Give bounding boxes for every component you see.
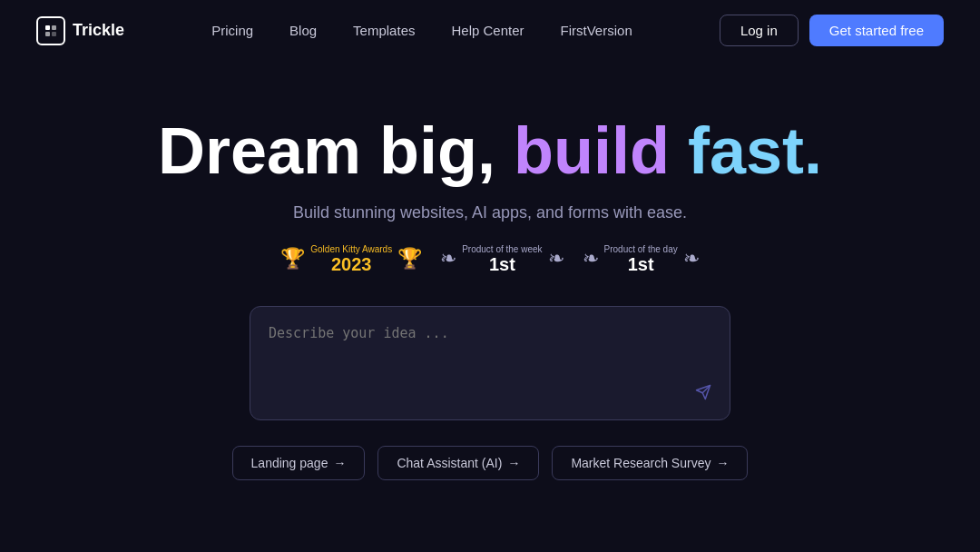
nav-links: Pricing Blog Templates Help Center First…: [211, 23, 632, 39]
quick-action-chat-assistant-arrow: →: [507, 456, 520, 470]
send-icon[interactable]: [695, 384, 711, 405]
hero-title-part1: Dream big,: [158, 114, 514, 187]
hero-title-part2: build: [514, 114, 688, 187]
nav-actions: Log in Get started free: [720, 15, 944, 46]
svg-rect-1: [52, 25, 56, 30]
badge-product-week: ❧ Product of the week 1st ❧: [440, 244, 564, 273]
badge-award-year: 2023: [331, 255, 372, 273]
badge-day-rank: 1st: [628, 255, 654, 273]
badge-day-content: Product of the day 1st: [604, 244, 678, 273]
badges-row: 🏆 Golden Kitty Awards 2023 🏆 ❧ Product o…: [280, 244, 699, 273]
hero-title-part3: fast.: [688, 114, 822, 187]
nav-link-pricing[interactable]: Pricing: [211, 23, 253, 38]
quick-action-chat-assistant[interactable]: Chat Assistant (AI) →: [377, 446, 539, 480]
nav-link-help-center[interactable]: Help Center: [451, 23, 524, 38]
quick-action-landing-page[interactable]: Landing page →: [232, 446, 366, 480]
laurel-left-award: 🏆: [280, 249, 305, 269]
hero-section: Dream big, build fast. Build stunning we…: [0, 61, 980, 480]
badge-product-day: ❧ Product of the day 1st ❧: [583, 244, 700, 273]
hero-subtitle: Build stunning websites, AI apps, and fo…: [293, 203, 687, 222]
quick-action-chat-assistant-label: Chat Assistant (AI): [397, 456, 502, 470]
quick-action-landing-page-arrow: →: [333, 456, 346, 470]
quick-actions: Landing page → Chat Assistant (AI) → Mar…: [232, 446, 749, 480]
quick-action-market-research-label: Market Research Survey: [571, 456, 710, 470]
logo-icon: [36, 16, 65, 45]
laurel-left-day: ❧: [583, 249, 599, 269]
badge-golden-kitty: 🏆 Golden Kitty Awards 2023 🏆: [280, 244, 422, 273]
logo[interactable]: Trickle: [36, 16, 124, 45]
nav-link-templates[interactable]: Templates: [353, 23, 415, 38]
badge-week-rank: 1st: [489, 255, 515, 273]
badge-award-content: Golden Kitty Awards 2023: [310, 244, 392, 273]
svg-rect-0: [45, 25, 50, 30]
nav-link-blog[interactable]: Blog: [289, 23, 317, 38]
navigation: Trickle Pricing Blog Templates Help Cent…: [0, 0, 980, 61]
svg-rect-3: [52, 32, 56, 36]
laurel-right-day: ❧: [683, 249, 700, 269]
badge-week-content: Product of the week 1st: [462, 244, 542, 273]
svg-rect-2: [45, 32, 50, 36]
laurel-right-week: ❧: [548, 249, 564, 269]
quick-action-landing-page-label: Landing page: [251, 456, 328, 470]
idea-input-wrapper: [250, 306, 730, 420]
quick-action-market-research[interactable]: Market Research Survey →: [552, 446, 748, 480]
quick-action-market-research-arrow: →: [716, 456, 729, 470]
laurel-left-week: ❧: [440, 249, 456, 269]
nav-link-first-version[interactable]: FirstVersion: [561, 23, 632, 38]
get-started-button[interactable]: Get started free: [809, 15, 944, 46]
laurel-right-award: 🏆: [397, 249, 422, 269]
hero-title: Dream big, build fast.: [158, 115, 822, 187]
logo-text: Trickle: [73, 21, 124, 40]
login-button[interactable]: Log in: [720, 15, 799, 46]
idea-input[interactable]: [269, 325, 711, 380]
